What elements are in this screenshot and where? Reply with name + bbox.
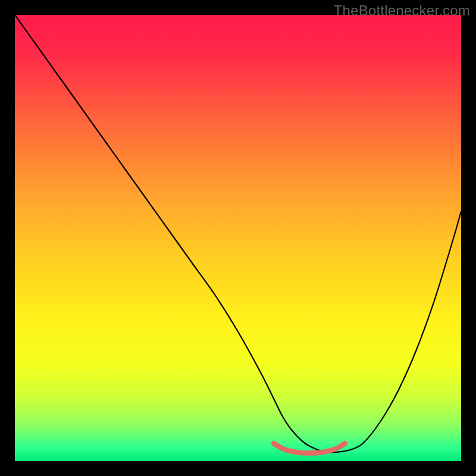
gradient-background: [15, 15, 461, 461]
chart-svg: [15, 15, 461, 461]
plot-area: [15, 15, 461, 461]
chart-frame: TheBottlenecker.com: [0, 0, 476, 476]
watermark-text: TheBottlenecker.com: [334, 2, 470, 19]
